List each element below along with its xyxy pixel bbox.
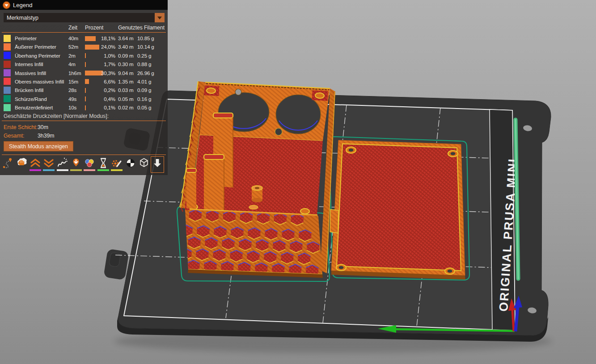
feature-length: 0.03 m: [118, 86, 134, 94]
feature-percent: 0,2%: [95, 86, 115, 94]
percent-bar: [85, 88, 86, 93]
slicer-preview-window: ORIGINAL PRUSA MINI: [0, 0, 596, 364]
tool-marker-icon[interactable]: [152, 157, 163, 172]
percent-bar: [85, 36, 96, 41]
feature-type-dropdown[interactable]: Merkmalstyp: [4, 13, 165, 22]
percent-bar: [85, 79, 89, 84]
color-changes-icon[interactable]: [84, 157, 95, 172]
legend-row: Überhang Perimeter2m1,0%0.09 m0.25 g: [0, 51, 168, 60]
deretractions-icon[interactable]: [43, 157, 55, 172]
feature-time: 2m: [68, 51, 76, 60]
feature-length: 0.30 m: [118, 60, 134, 68]
marker-color-bar: [70, 169, 82, 171]
retractions-icon[interactable]: [30, 157, 41, 172]
feature-weight: 0.88 g: [137, 60, 151, 68]
legend-row: Massives Infill1h6m30,3%9.04 m26.96 g: [0, 69, 168, 77]
feature-weight: 0.16 g: [137, 95, 151, 103]
percent-bar: [85, 96, 86, 101]
total-time: Gesamt: 3h39m: [4, 133, 24, 139]
feature-weight: 10.14 g: [137, 42, 154, 51]
feature-time: 10s: [68, 103, 76, 112]
feature-percent: 1,0%: [95, 51, 115, 60]
feature-length: 1.35 m: [118, 77, 134, 86]
feature-percent: 0,1%: [95, 103, 115, 112]
feature-color-swatch: [4, 104, 11, 111]
feature-color-swatch: [4, 43, 11, 50]
feature-time: 49s: [68, 95, 76, 103]
shells-icon[interactable]: [138, 157, 150, 172]
legend-row: Äußerer Perimeter52m24,0%3.40 m10.14 g: [0, 42, 168, 51]
feature-percent: 30,3%: [95, 69, 115, 77]
partition-wall: [186, 168, 196, 209]
feature-color-swatch: [4, 87, 11, 94]
feature-length: 0.02 m: [118, 103, 134, 112]
feature-label: Überhang Perimeter: [15, 51, 60, 60]
feature-time: 52m: [68, 42, 78, 51]
first-layer-time: Erste Schicht: 30m: [4, 124, 38, 130]
chevron-down-icon: [157, 16, 162, 20]
column-header-percent: Prozent: [85, 25, 103, 31]
pause-prints-icon[interactable]: [97, 157, 109, 172]
center-of-mass-icon[interactable]: [125, 157, 136, 172]
feature-label: Schürze/Rand: [15, 95, 47, 103]
legend-row: Perimeter40m18,1%3.64 m10.85 g: [0, 34, 168, 42]
dropdown-button[interactable]: [155, 13, 165, 22]
feature-weight: 0.05 g: [137, 103, 151, 112]
stealth-mode-button[interactable]: Stealth Modus anzeigen: [4, 141, 73, 151]
divider: [2, 121, 166, 121]
custom-gcode-icon[interactable]: [111, 157, 123, 172]
wipe-icon[interactable]: [16, 157, 27, 172]
feature-label: Oberes massives Infill: [15, 77, 64, 86]
travel-moves-icon[interactable]: [2, 157, 14, 172]
dropdown-value: Merkmalstyp: [7, 15, 155, 21]
feature-time: 15m: [68, 77, 78, 86]
feature-label: Internes Infill: [15, 60, 43, 68]
marker-color-bar: [97, 169, 109, 171]
feature-percent: 0,4%: [95, 95, 115, 103]
feature-percent: 18,1%: [95, 34, 115, 42]
percent-bar: [85, 53, 86, 58]
divider: [2, 32, 166, 33]
legend-row: Brücken Infill28s0,2%0.03 m0.09 g: [0, 86, 168, 94]
feature-weight: 0.25 g: [137, 51, 151, 60]
seams-icon[interactable]: [57, 157, 68, 172]
feature-time: 4m: [68, 60, 76, 68]
divider: [2, 155, 166, 155]
cylinder-boss: [252, 186, 262, 203]
marker-color-bar: [84, 169, 95, 171]
feature-color-swatch: [4, 52, 11, 59]
z-axis-arrow: [516, 306, 518, 331]
legend-table: Perimeter40m18,1%3.64 m10.85 gÄußerer Pe…: [0, 34, 168, 112]
feature-color-swatch: [4, 95, 11, 102]
view-options-toolbar: [2, 157, 163, 172]
feature-label: Brücken Infill: [15, 86, 43, 94]
print-time-heading: Geschätzte Druckzeiten [Normaler Modus]:: [4, 113, 109, 119]
tool-changes-icon[interactable]: [70, 157, 82, 172]
marker-color-bar: [43, 169, 55, 171]
feature-weight: 10.85 g: [137, 34, 154, 42]
printed-object-lid: [330, 140, 465, 280]
legend-row: Internes Infill4m1,7%0.30 m0.88 g: [0, 60, 168, 68]
legend-row: Oberes massives Infill15m6,6%1.35 m4.01 …: [0, 77, 168, 86]
feature-time: 28s: [68, 86, 76, 94]
feature-weight: 26.96 g: [137, 69, 154, 77]
feature-length: 0.05 m: [118, 95, 134, 103]
marker-color-bar: [111, 169, 123, 171]
percent-bar: [85, 105, 86, 110]
feature-label: Benutzerdefiniert: [15, 103, 53, 112]
feature-length: 0.09 m: [118, 51, 134, 60]
marker-color-bar: [57, 169, 68, 171]
feature-weight: 0.09 g: [137, 86, 151, 94]
legend-title: Legend: [13, 2, 32, 8]
feature-label: Äußerer Perimeter: [15, 42, 56, 51]
legend-row: Schürze/Rand49s0,4%0.05 m0.16 g: [0, 95, 168, 103]
feature-time: 1h6m: [68, 69, 81, 77]
legend-row: Benutzerdefiniert10s0,1%0.02 m0.05 g: [0, 103, 168, 112]
legend-titlebar[interactable]: Legend: [0, 0, 168, 10]
collapse-icon[interactable]: [3, 1, 10, 9]
feature-weight: 4.01 g: [137, 77, 151, 86]
feature-percent: 24,0%: [95, 42, 115, 51]
feature-length: 3.64 m: [118, 34, 134, 42]
feature-color-swatch: [4, 69, 11, 76]
percent-bar: [85, 62, 86, 67]
